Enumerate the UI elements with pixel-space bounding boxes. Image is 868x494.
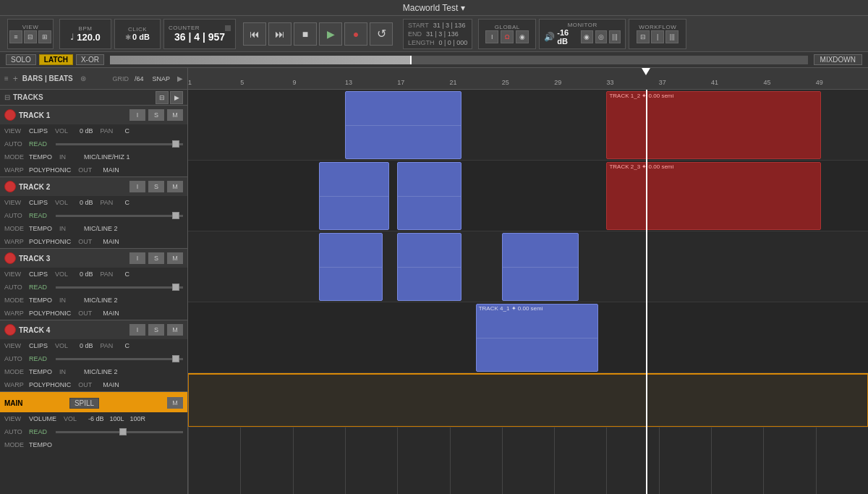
track-1-auto-row: AUTO READ [0,137,187,150]
main-area: ≡ + BARS | BEATS ⊛ GRID /64 SNAP ▶ ⊟ TRA… [0,68,868,494]
track-3-slider-handle[interactable] [172,284,179,291]
view-icon-3[interactable]: ⊞ [38,30,51,43]
track-2-mute-button[interactable]: M [167,181,183,192]
track-1-out-value[interactable]: MAIN [103,166,119,174]
track-1-pan-value[interactable]: C [125,127,130,135]
link-icon[interactable]: ⊛ [80,74,86,82]
clip[interactable] [319,233,383,301]
loop-button[interactable]: ↺ [370,22,393,46]
main-mute-button[interactable]: M [167,397,183,409]
track-2-header: TRACK 2 I S M [0,177,187,196]
collapse-icon[interactable]: ≡ [4,74,9,82]
monitor-icon-2[interactable]: ◎ [595,30,607,43]
track-3-record-button[interactable] [4,252,16,264]
workflow-icon-3[interactable]: ||| [665,30,678,43]
counter-value[interactable]: 36 | 4 | 957 [174,31,225,43]
snap-label[interactable]: SNAP [152,75,170,82]
track-3-mute-button[interactable]: M [167,252,183,264]
track-2-slider[interactable] [56,215,183,217]
fast-forward-button[interactable]: ⏭ [268,22,292,46]
view-icon-1[interactable]: ≡ [9,30,22,43]
track-4-slider-handle[interactable] [172,355,179,362]
xor-button[interactable]: X-OR [76,54,104,65]
track-1-in-value[interactable]: MIC/LINE/HIZ 1 [84,153,130,161]
track-4-record-button[interactable] [4,324,16,336]
track-3-solo-button[interactable]: S [148,252,164,264]
global-icon-3[interactable]: ◉ [516,30,529,43]
main-mode-row: MODE TEMPO [0,438,187,451]
track-2-input-button[interactable]: I [129,181,145,192]
ruler-mark-1: 1 [188,79,192,86]
title-chevron[interactable]: ▾ [461,3,465,13]
clip[interactable] [345,91,461,159]
track-4-mute-button[interactable]: M [167,324,183,336]
track-3-warp-row: WARP POLYPHONIC OUT MAIN [0,307,187,320]
main-view-row: VIEW VOLUME VOL -6 dB 100L 100R [0,412,187,425]
counter-section: COUNTER 36 | 4 | 957 [163,19,236,49]
clip-detail [503,267,578,268]
main-track-panel: MAIN SPILL M VIEW VOLUME VOL -6 dB 100L … [0,392,187,451]
track-1-slider[interactable] [56,143,183,145]
global-icon-2[interactable]: Ω [501,30,514,43]
view-icon-2[interactable]: ⊟ [24,30,37,43]
clip[interactable]: TRACK 2_3 ✦ 0.00 semi [606,162,820,230]
track-4-slider[interactable] [56,358,183,360]
solo-button[interactable]: SOLO [6,54,36,65]
play-marker [642,68,650,75]
monitor-icon-3[interactable]: ||| [609,30,621,43]
clip[interactable]: TRACK 1_2 ✦ 0.00 semi [606,91,820,159]
track-1-record-button[interactable] [4,109,16,121]
workflow-icon-2[interactable]: | [651,30,664,43]
tracks-content[interactable]: TRACK 1_2 ✦ 0.00 semiTRACK 2_3 ✦ 0.00 se… [188,90,868,494]
left-panel: ≡ + BARS | BEATS ⊛ GRID /64 SNAP ▶ ⊟ TRA… [0,68,188,494]
track-1-warp-value[interactable]: POLYPHONIC [29,166,71,174]
track-1-vol-value[interactable]: 0 dB [80,127,93,135]
track-4-view-row: VIEW CLIPS VOL 0 dB PAN C [0,339,187,352]
tracks-view-icon[interactable]: ⊟ [156,91,169,104]
tracks-expand-icon[interactable]: ▶ [170,91,183,104]
global-icon-1[interactable]: I [485,30,498,43]
monitor-icon-1[interactable]: ◉ [581,30,592,43]
click-value[interactable]: 0 dB [132,33,150,41]
clip[interactable] [397,233,461,301]
track-1-mode-value[interactable]: TEMPO [29,153,52,161]
tracks-label: TRACKS [13,93,43,101]
record-button[interactable]: ● [344,22,367,46]
track-1-input-button[interactable]: I [129,109,145,121]
track-4-solo-button[interactable]: S [148,324,164,336]
monitor-label: MONITOR [568,22,597,28]
track-3-slider[interactable] [56,286,183,289]
track-1-solo-button[interactable]: S [148,109,164,121]
workflow-section: WORKFLOW ⊟ | ||| [629,19,686,49]
bars-beats-header: ≡ + BARS | BEATS ⊛ GRID /64 SNAP ▶ [0,68,187,90]
track-1-mute-button[interactable]: M [167,109,183,121]
monitor-value[interactable]: -16 dB [557,28,579,46]
tracks-icon: ⊟ [4,93,10,101]
track-1-auto-value[interactable]: READ [29,140,47,148]
bpm-value[interactable]: 120.0 [77,32,101,43]
track-3-input-button[interactable]: I [129,252,145,264]
title-bar: Macworld Test ▾ [0,0,868,16]
track-2-record-button[interactable] [4,181,16,192]
clip[interactable]: TRACK 4_1 ✦ 0.00 semi [476,304,599,372]
track-2-solo-button[interactable]: S [148,181,164,192]
mixdown-button[interactable]: MIXDOWN [814,54,862,65]
spill-button[interactable]: SPILL [69,398,99,409]
grid-value[interactable]: /64 [135,75,144,82]
play-button[interactable]: ▶ [319,22,342,46]
rewind-button[interactable]: ⏮ [243,22,266,46]
clip-label: TRACK 1_2 ✦ 0.00 semi [607,92,820,100]
add-icon[interactable]: + [13,74,18,84]
clip[interactable] [319,162,389,230]
latch-button[interactable]: LATCH [39,54,73,65]
clip[interactable] [502,233,579,301]
track-1-slider-handle[interactable] [172,140,179,148]
track-2-slider-handle[interactable] [172,212,179,219]
position-bar[interactable] [110,56,808,64]
workflow-icon-1[interactable]: ⊟ [637,30,650,43]
ruler-mark-21: 21 [450,79,457,86]
track-4-input-button[interactable]: I [129,324,145,336]
stop-button[interactable]: ■ [294,22,317,46]
expand-icon[interactable]: ▶ [177,74,183,82]
clip[interactable] [397,162,461,230]
